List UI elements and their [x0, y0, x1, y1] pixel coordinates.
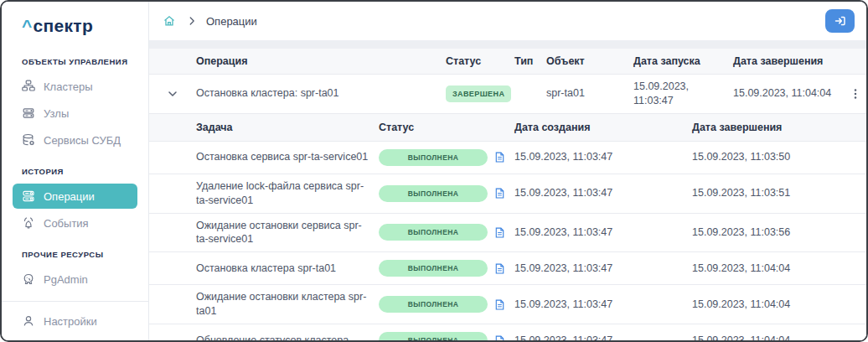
task-created-date: 15.09.2023, 11:03:47 [514, 256, 692, 281]
task-status-badge: ВЫПОЛНЕНА [379, 332, 488, 340]
sidebar-item-settings[interactable]: Настройки [2, 301, 148, 340]
cluster-icon [22, 80, 35, 93]
tasks-table-header: Задача Статус Дата создания Дата заверше… [149, 114, 866, 142]
operation-type [514, 89, 546, 99]
home-icon[interactable] [163, 14, 176, 28]
sidebar-item-label: PgAdmin [44, 273, 88, 286]
col-task-status: Статус [379, 122, 514, 133]
sidebar-item-label: Сервисы СУБД [44, 134, 121, 147]
kebab-icon [849, 87, 862, 101]
chevron-down-icon [166, 87, 179, 101]
task-row: Остановка сервиса spr-ta-service01 ВЫПОЛ… [149, 142, 866, 174]
task-created-date: 15.09.2023, 11:03:47 [514, 220, 692, 245]
logo-text: спектр [34, 16, 93, 35]
operation-finish-date: 15.09.2023, 11:04:04 [733, 81, 844, 106]
operation-row: Остановка кластера: spr-ta01 ЗАВЕРШЕНА s… [149, 75, 866, 114]
task-finish-date: 15.09.2023, 11:04:04 [692, 256, 866, 281]
breadcrumb-bar: Операции [149, 2, 866, 40]
content-gap [149, 40, 866, 49]
operations-table-header: Операция Статус Тип Объект Дата запуска … [149, 49, 866, 75]
sidebar-item-clusters[interactable]: Кластеры [13, 74, 137, 99]
col-operation: Операция [196, 55, 446, 67]
user-icon [22, 314, 35, 328]
collapse-row-button[interactable] [166, 87, 179, 101]
task-name: Остановка сервиса spr-ta-service01 [196, 145, 379, 169]
task-name: Ожидание остановки сервиса spr-ta-servic… [196, 214, 379, 252]
section-title-other-resources: ПРОЧИЕ РЕСУРСЫ [2, 237, 148, 265]
status-badge: ЗАВЕРШЕНА [446, 86, 511, 102]
log-file-icon[interactable] [493, 334, 506, 341]
task-created-date: 15.09.2023, 11:03:47 [514, 293, 692, 317]
task-row: Удаление lock-файла сервиса spr-ta-servi… [149, 174, 866, 214]
sidebar-nav: ОБЪЕКТЫ УПРАВЛЕНИЯ Кластеры Узлы Сервисы… [2, 44, 148, 301]
sidebar-item-label: Узлы [44, 107, 69, 120]
task-name: Ожидание остановки кластера spr-ta01 [196, 285, 379, 324]
col-task-finish-date: Дата завершения [692, 122, 866, 133]
app-window: ^спектр ОБЪЕКТЫ УПРАВЛЕНИЯ Кластеры Узлы… [0, 0, 868, 342]
sidebar-item-dbms-services[interactable]: Сервисы СУБД [13, 127, 137, 153]
section-title-management-objects: ОБЪЕКТЫ УПРАВЛЕНИЯ [2, 44, 148, 72]
sidebar-item-label: Кластеры [44, 80, 93, 93]
col-created-date: Дата создания [514, 122, 692, 133]
task-row: Ожидание остановки сервиса spr-ta-servic… [149, 214, 866, 253]
operation-object: spr-ta01 [546, 81, 633, 106]
log-file-icon[interactable] [493, 298, 506, 311]
log-file-icon[interactable] [493, 226, 506, 239]
log-file-icon[interactable] [493, 151, 506, 163]
sidebar-item-nodes[interactable]: Узлы [13, 101, 137, 126]
database-gear-icon [22, 133, 35, 147]
col-type: Тип [514, 55, 546, 67]
task-status-badge: ВЫПОЛНЕНА [379, 224, 488, 241]
logout-button[interactable] [825, 9, 855, 33]
task-status-badge: ВЫПОЛНЕНА [379, 296, 488, 313]
operation-name: Остановка кластера: spr-ta01 [196, 81, 446, 106]
task-status-badge: ВЫПОЛНЕНА [379, 185, 488, 202]
breadcrumb-current: Операции [206, 15, 257, 28]
bell-icon [22, 216, 35, 230]
log-file-icon[interactable] [493, 262, 506, 275]
elephant-icon [22, 272, 35, 286]
sidebar-item-operations[interactable]: Операции [13, 184, 137, 209]
task-finish-date: 15.09.2023, 11:03:56 [692, 220, 866, 245]
task-status-badge: ВЫПОЛНЕНА [379, 260, 488, 277]
task-row: Обновление статусов кластера ВЫПОЛНЕНА 1… [149, 324, 866, 340]
task-finish-date: 15.09.2023, 11:03:50 [692, 145, 866, 169]
settings-label: Настройки [44, 315, 97, 328]
col-finish-date: Дата завершения [733, 55, 844, 67]
task-row: Ожидание остановки кластера spr-ta01 ВЫП… [149, 285, 866, 324]
operation-start-date: 15.09.2023, 11:03:47 [633, 75, 733, 113]
task-finish-date: 15.09.2023, 11:03:51 [692, 181, 866, 205]
sidebar-item-pgadmin[interactable]: PgAdmin [13, 267, 137, 292]
sidebar: ^спектр ОБЪЕКТЫ УПРАВЛЕНИЯ Кластеры Узлы… [2, 2, 149, 340]
row-menu-button[interactable] [849, 87, 862, 101]
operations-table: Операция Статус Тип Объект Дата запуска … [149, 49, 866, 340]
log-file-icon[interactable] [493, 187, 506, 200]
task-row: Остановка кластера spr-ta01 ВЫПОЛНЕНА 15… [149, 252, 866, 285]
col-object: Объект [546, 55, 633, 67]
task-created-date: 15.09.2023, 11:03:47 [514, 329, 692, 340]
task-name: Обновление статусов кластера [196, 329, 379, 340]
task-name: Остановка кластера spr-ta01 [196, 256, 379, 281]
main-area: Операции Операция Статус Тип Объект Дата… [149, 2, 866, 340]
col-start-date: Дата запуска [633, 55, 733, 67]
chevron-right-icon [186, 15, 198, 27]
logout-icon [834, 14, 847, 28]
task-status-badge: ВЫПОЛНЕНА [379, 149, 488, 166]
col-task: Задача [196, 122, 379, 133]
logo-caret-mark: ^ [22, 16, 33, 35]
nodes-icon [22, 106, 35, 120]
app-logo: ^спектр [2, 2, 148, 44]
task-created-date: 15.09.2023, 11:03:47 [514, 181, 692, 205]
task-created-date: 15.09.2023, 11:03:47 [514, 145, 692, 169]
task-name: Удаление lock-файла сервиса spr-ta-servi… [196, 174, 379, 213]
sidebar-item-events[interactable]: События [13, 210, 137, 236]
sidebar-item-label: Операции [44, 190, 95, 203]
operations-icon [22, 189, 35, 203]
task-finish-date: 15.09.2023, 11:04:04 [692, 329, 866, 340]
col-status: Статус [446, 55, 514, 67]
task-finish-date: 15.09.2023, 11:04:04 [692, 293, 866, 317]
sidebar-item-label: События [44, 217, 89, 230]
section-title-history: ИСТОРИЯ [2, 154, 148, 182]
